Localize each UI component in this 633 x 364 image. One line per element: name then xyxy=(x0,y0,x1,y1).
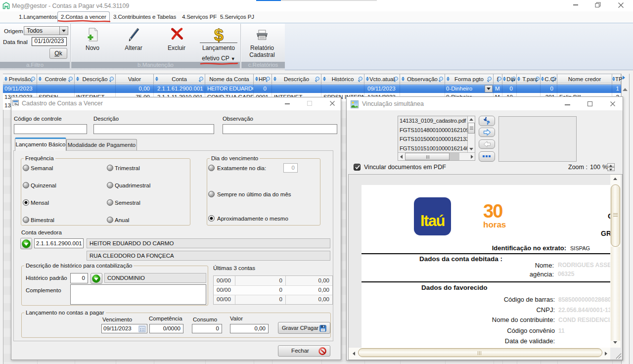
svg-text:$: $ xyxy=(214,26,224,44)
